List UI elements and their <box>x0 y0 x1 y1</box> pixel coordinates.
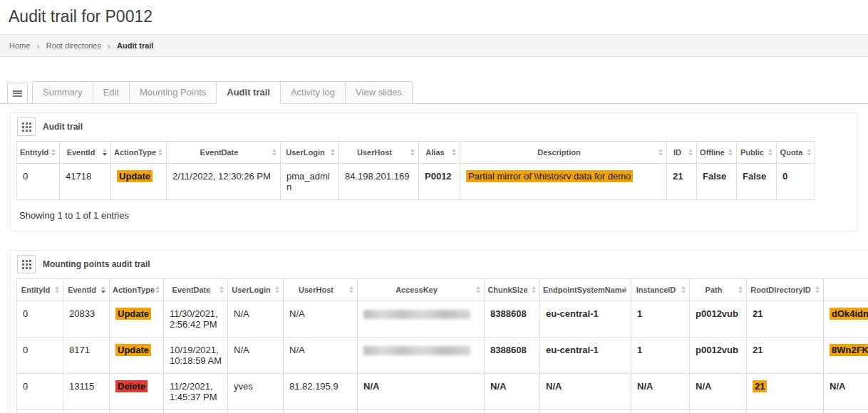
table-cell: Update <box>110 338 164 374</box>
sort-icon <box>331 149 335 156</box>
cell-value: eu-central-1 <box>546 345 599 355</box>
column-label: EntityId <box>20 148 48 157</box>
column-header-path[interactable]: Path <box>690 279 747 301</box>
breadcrumb-home[interactable]: Home <box>9 41 30 50</box>
column-header-userhost[interactable]: UserHost <box>284 279 358 301</box>
column-label: EntityId <box>21 286 50 294</box>
column-header-instanceid[interactable]: InstanceID <box>631 279 690 301</box>
column-header-eventid[interactable]: EventId <box>60 142 111 164</box>
column-header-userhost[interactable]: UserHost <box>339 142 419 164</box>
column-header-endpointsystemname[interactable]: EndpointSystemName <box>540 279 631 301</box>
table-cell <box>63 410 110 413</box>
column-header-eventdate[interactable]: EventDate <box>167 142 281 164</box>
table-cell: Delete <box>110 374 164 410</box>
grid-view-button[interactable] <box>17 117 36 136</box>
table-cell: dOk4idnXo <box>824 301 868 338</box>
tab-summary[interactable]: Summary <box>32 81 93 104</box>
cell-value: Update <box>115 344 151 356</box>
menu-toggle-button[interactable] <box>7 83 28 104</box>
sort-icon <box>51 149 56 156</box>
cell-value: N/A <box>289 345 305 355</box>
column-header-description[interactable]: Description <box>460 142 667 164</box>
sort-icon <box>768 149 773 156</box>
panel-title: Audit trail <box>43 122 83 132</box>
tab-audit-trail[interactable]: Audit trail <box>217 81 281 104</box>
column-header-chunksize[interactable]: ChunkSize <box>485 279 540 301</box>
cell-value: 0 <box>23 345 28 355</box>
column-label: Description <box>537 148 581 157</box>
column-header-entityid[interactable]: EntityId <box>17 279 63 301</box>
column-header-rootdirectoryid[interactable]: RootDirectoryID <box>747 279 824 301</box>
cell-value: 11/30/2021, 2:56:42 PM <box>170 308 218 330</box>
column-header-id[interactable]: ID <box>667 142 697 164</box>
column-header-offline[interactable]: Offline <box>697 142 737 164</box>
table-cell <box>747 410 824 413</box>
cell-value: 8171 <box>69 345 90 355</box>
column-header-alias[interactable]: Alias <box>419 142 460 164</box>
table-row: 041718Update2/11/2022, 12:30:26 PMpma_ad… <box>17 164 815 200</box>
sort-icon <box>158 149 162 156</box>
breadcrumb-current: Audit trail <box>117 41 153 50</box>
page-header: Audit trail for P0012 <box>0 0 868 34</box>
tab-edit[interactable]: Edit <box>93 81 130 104</box>
table-cell <box>485 410 540 413</box>
column-header-entityid[interactable]: EntityId <box>17 142 60 164</box>
table-cell: 41718 <box>60 164 111 200</box>
cell-value: 21 <box>753 380 767 392</box>
table-cell: 0 <box>17 301 63 338</box>
cell-value: 0 <box>23 171 28 182</box>
column-header-userlogin[interactable]: UserLogin <box>281 142 339 164</box>
cell-value: 8Wn2FKZXl <box>830 344 868 356</box>
tab-mounting-points[interactable]: Mounting Points <box>130 81 217 104</box>
sort-icon <box>688 149 693 156</box>
sort-icon <box>410 149 415 156</box>
cell-value: 8388608 <box>490 345 527 355</box>
column-label: EventDate <box>200 148 239 157</box>
grid-view-button[interactable] <box>17 255 36 273</box>
tab-activity-log[interactable]: Activity log <box>281 81 346 104</box>
table-cell: 2/11/2022, 12:30:26 PM <box>167 164 281 200</box>
column-header-quota[interactable]: Quota <box>777 142 815 164</box>
cell-value: 8388608 <box>490 308 527 319</box>
table-cell: 0 <box>17 164 60 200</box>
table-cell <box>358 301 485 338</box>
cell-value: 0 <box>23 308 28 319</box>
column-header-eventid[interactable]: EventId <box>63 279 110 301</box>
cell-value: 13115 <box>69 381 94 392</box>
table-row: 013115Delete11/2/2021, 1:45:37 PMyves81.… <box>17 374 868 410</box>
column-label: Public <box>740 148 764 157</box>
table-cell: Update <box>110 301 164 338</box>
table-cell: eu-central-1 <box>540 301 631 338</box>
table-cell: 13115 <box>63 374 110 410</box>
cell-value: 11/2/2021, 1:45:37 PM <box>170 381 217 402</box>
column-header-actiontype[interactable]: ActionType <box>111 142 167 164</box>
sort-icon <box>155 286 160 293</box>
cell-value: P0012 <box>425 171 452 182</box>
column-header-userlogin[interactable]: UserLogin <box>228 279 284 301</box>
table-cell <box>358 338 485 374</box>
column-label: Quota <box>780 148 803 157</box>
column-label: ID <box>673 148 681 157</box>
table-cell: 0 <box>17 374 63 410</box>
column-label: EventId <box>68 286 96 294</box>
column-header-actiontype[interactable]: ActionType <box>110 279 164 301</box>
breadcrumb-root-directories[interactable]: Root directories <box>46 41 101 50</box>
table-cell: p0012vub <box>690 338 747 374</box>
audit-trail-table: EntityIdEventIdActionTypeEventDateUserLo… <box>16 141 815 200</box>
column-header-public[interactable]: Public <box>737 142 777 164</box>
table-cell <box>228 410 284 413</box>
column-header-accesskey[interactable]: AccessKey <box>358 279 485 301</box>
breadcrumb: Home › Root directories › Audit trail <box>0 34 868 57</box>
cell-value: N/A <box>637 381 653 392</box>
column-header-eventdate[interactable]: EventDate <box>164 279 228 301</box>
sort-icon <box>103 149 107 156</box>
sort-icon <box>476 286 480 293</box>
tab-view-slides[interactable]: View slides <box>346 81 413 104</box>
sort-icon <box>728 149 733 156</box>
sort-icon <box>349 286 353 293</box>
cell-value: 0 <box>782 171 787 182</box>
table-cell: 11/30/2021, 2:56:42 PM <box>164 301 228 338</box>
column-header-blank[interactable] <box>824 279 868 301</box>
cell-value: N/A <box>490 381 506 392</box>
cell-value: 1 <box>637 308 642 319</box>
